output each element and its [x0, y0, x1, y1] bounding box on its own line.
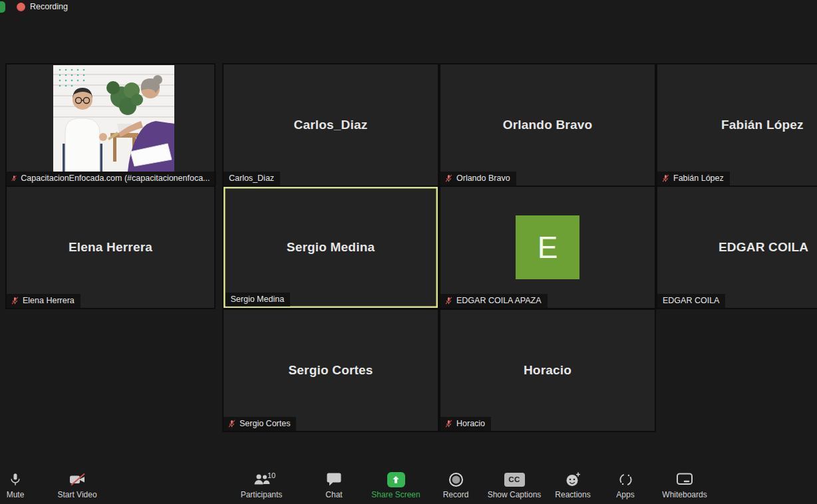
participant-name-badge: Horacio — [440, 417, 491, 431]
reactions-smiley-icon — [565, 471, 581, 487]
record-button[interactable]: Record — [433, 471, 478, 503]
participant-tile-orlando-bravo[interactable]: Orlando Bravo Orlando Bravo — [440, 64, 655, 186]
participant-name-badge: EDGAR COILA — [657, 294, 725, 308]
participant-name: EDGAR COILA — [663, 296, 719, 305]
participant-display-name: Elena Herrera — [7, 187, 214, 308]
participant-tile-edgar-coila-apaza[interactable]: E EDGAR COILA APAZA — [440, 187, 655, 308]
participant-name: Sergio Medina — [231, 295, 285, 304]
participant-tile-horacio[interactable]: Horacio Horacio — [440, 310, 655, 431]
participant-name: Elena Herrera — [23, 296, 75, 305]
meeting-toolbar: Mute Start Video — [0, 465, 817, 504]
whiteboards-button[interactable]: Whiteboards — [654, 471, 715, 503]
participant-tile-edgar-coila[interactable]: EDGAR COILA EDGAR COILA — [657, 187, 817, 308]
muted-mic-icon — [11, 174, 17, 183]
participant-name-badge: CapacitacionEnfocada.com (#capacitacione… — [7, 172, 216, 186]
participant-name: Horacio — [456, 419, 485, 428]
participant-name: CapacitacionEnfocada.com (#capacitacione… — [21, 174, 210, 183]
participant-name-badge: Orlando Bravo — [440, 172, 516, 186]
start-video-button[interactable]: Start Video — [48, 471, 106, 503]
participant-display-name: Sergio Cortes — [224, 310, 438, 431]
encryption-shield-icon[interactable] — [0, 1, 5, 13]
participant-name: Sergio Cortes — [240, 419, 290, 428]
apps-button[interactable]: Apps — [609, 471, 642, 503]
participant-tile-elena-herrera[interactable]: Elena Herrera Elena Herrera — [7, 187, 214, 308]
recording-dot-icon[interactable] — [17, 3, 25, 11]
share-screen-icon — [387, 472, 405, 487]
muted-mic-icon — [11, 297, 19, 305]
participant-name: Orlando Bravo — [456, 174, 510, 183]
participant-tile-sergio-medina-active-speaker[interactable]: Sergio Medina Sergio Medina — [224, 187, 438, 308]
whiteboard-icon — [676, 472, 693, 487]
participant-tile-fabian-lopez[interactable]: Fabián López Fabián López — [657, 64, 817, 186]
muted-mic-icon — [444, 420, 453, 428]
participant-display-name: Orlando Bravo — [440, 64, 655, 186]
apps-icon — [618, 472, 633, 487]
muted-mic-icon — [228, 420, 236, 428]
participant-display-name: Sergio Medina — [224, 187, 438, 308]
chat-button[interactable]: Chat — [315, 471, 353, 503]
reactions-button[interactable]: Reactions — [547, 471, 599, 503]
zoom-meeting-window: Recording — [0, 0, 817, 504]
participant-name: Fabián López — [673, 174, 724, 183]
avatar-letter: E — [538, 229, 558, 265]
chat-bubble-icon — [326, 472, 342, 487]
microphone-icon — [9, 471, 22, 487]
participant-display-name: Fabián López — [657, 64, 817, 186]
participant-name-badge: Sergio Medina — [226, 293, 291, 307]
recording-label: Recording — [30, 2, 68, 12]
participants-button[interactable]: 10 Participants — [233, 471, 290, 503]
participant-name-badge: Carlos_Diaz — [224, 172, 280, 186]
participant-avatar: E — [516, 215, 579, 279]
participant-display-name: Horacio — [440, 310, 655, 431]
participant-name-badge: EDGAR COILA APAZA — [440, 294, 548, 308]
participant-tile-carlos-diaz[interactable]: Carlos_Diaz Carlos_Diaz — [224, 64, 438, 186]
participant-display-name: EDGAR COILA — [657, 187, 817, 308]
participant-photo — [53, 65, 174, 172]
muted-mic-icon — [444, 174, 453, 183]
participant-name: Carlos_Diaz — [229, 174, 274, 183]
share-screen-button[interactable]: Share Screen — [367, 471, 425, 503]
muted-mic-icon — [444, 297, 453, 305]
participant-display-name: Carlos_Diaz — [224, 64, 438, 186]
muted-mic-icon — [661, 174, 670, 183]
participant-name-badge: Fabián López — [657, 172, 730, 186]
participant-name-badge: Elena Herrera — [7, 294, 81, 308]
participant-name-badge: Sergio Cortes — [224, 417, 296, 431]
cc-icon: CC — [504, 473, 525, 487]
video-camera-muted-icon — [69, 471, 86, 487]
participant-name: EDGAR COILA APAZA — [456, 296, 542, 305]
participant-tile-capacitacion[interactable]: CapacitacionEnfocada.com (#capacitacione… — [7, 64, 214, 186]
participant-tile-sergio-cortes[interactable]: Sergio Cortes Sergio Cortes — [224, 310, 438, 431]
show-captions-button[interactable]: CC Show Captions — [484, 471, 545, 503]
record-icon — [448, 472, 464, 487]
mute-button[interactable]: Mute — [0, 471, 31, 503]
participants-count-badge: 10 — [267, 471, 275, 479]
